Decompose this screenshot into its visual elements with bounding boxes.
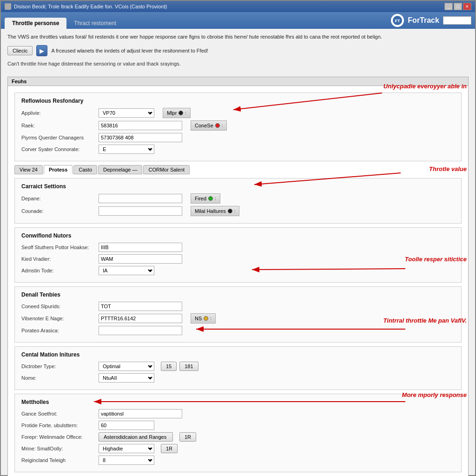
porateo-input[interactable]: [99, 326, 182, 335]
depane-input[interactable]: [99, 194, 182, 203]
reflowious-title: Reflowious Resfondary: [21, 98, 455, 104]
fortrack-logo-icon: FT: [391, 14, 404, 27]
vilsenoter-label: Vilsenoter E Nage:: [21, 316, 96, 321]
cliecic-button[interactable]: Cliecic: [7, 46, 33, 55]
porateo-label: Porateo Arasica:: [21, 328, 96, 333]
nome-select[interactable]: NtuAII: [99, 373, 154, 383]
applivie-select[interactable]: VP70: [99, 108, 154, 118]
conese-expand[interactable]: :: [222, 123, 223, 128]
raek-input[interactable]: [99, 121, 182, 130]
nome-row: Nome: NtuAII: [21, 373, 455, 383]
counade-row: Counade: Milal Haltures :: [21, 206, 455, 216]
reigincland-row: Reigincland Teleigh 8: [21, 456, 455, 465]
admstin-label: Admstin Tode:: [21, 268, 96, 273]
raek-row: Raek: ConeSe :: [21, 120, 455, 131]
mipr-expand[interactable]: :: [185, 111, 186, 115]
mrine-select[interactable]: Highadie: [99, 444, 154, 453]
mipr-dot: [178, 111, 183, 115]
set-dropdown[interactable]: Set ▼: [443, 16, 471, 25]
admstin-row: Admstin Tode: IA: [21, 266, 455, 275]
svg-text:FT: FT: [395, 19, 400, 23]
nome-label: Nome:: [21, 375, 96, 381]
sub-tab-depnnelage[interactable]: Depnnelage —: [98, 165, 142, 174]
warning-text: Can't throttle hive hage distereast the …: [7, 61, 469, 66]
main-tab-bar: Throttle personse Thract restoment FT Fo…: [1, 12, 475, 29]
mettholles-title: Mettholles: [21, 399, 455, 405]
conwiflond-section: Conwiflond Nutors Seoff Stuthers Pottor …: [14, 227, 462, 283]
piyrms-row: Piyrms Querder Chanagers: [21, 133, 455, 142]
applivie-row: Applivie: VP70 Mlpr :: [21, 108, 455, 118]
tab-thract-restoment[interactable]: Thract restoment: [66, 18, 124, 29]
cental-section: Cental Mation Initures Dictrober Type: O…: [14, 346, 462, 390]
ns-dot: [204, 316, 208, 321]
close-button[interactable]: ✕: [463, 3, 471, 10]
reflowious-section: Reflowious Resfondary Applivie: VP70 Mlp…: [14, 93, 462, 161]
minimize-button[interactable]: _: [444, 3, 453, 10]
porateo-row: Porateo Arasica:: [21, 326, 455, 335]
button-row: Cliecic ▶ A frceused wlanets the inrdets…: [7, 45, 469, 56]
piyrms-input[interactable]: [99, 133, 182, 142]
admstin-select[interactable]: IA: [99, 266, 154, 275]
maximize-button[interactable]: □: [454, 3, 462, 10]
denall-section: Denall Tenbies Coneed Slpurids: Vilsenot…: [14, 286, 462, 343]
mital-indicator: Milal Haltures :: [191, 206, 239, 216]
blue-icon-button[interactable]: ▶: [36, 45, 47, 56]
window-controls: _ □ ✕: [444, 3, 471, 10]
protide-input[interactable]: [99, 421, 154, 430]
fired-expand[interactable]: :: [215, 196, 216, 201]
gance-input[interactable]: [99, 409, 182, 418]
forepr-value-button[interactable]: Asterodidcaion and Ranges: [99, 432, 173, 442]
corver-select[interactable]: E: [99, 145, 154, 154]
ns-label: NS: [195, 316, 202, 321]
conese-label: ConeSe: [195, 123, 213, 128]
piyrms-label: Piyrms Querder Chanagers: [21, 135, 96, 140]
fortrack-label: ForTrack: [408, 16, 439, 25]
sub-tab-cormor[interactable]: CORMor Salent: [143, 165, 190, 174]
sub-tab-view24[interactable]: View 24: [14, 165, 43, 174]
forepr-1r-button[interactable]: 1R: [179, 432, 196, 442]
gance-label: Gance Soetfrot:: [21, 411, 96, 416]
dictrober-label: Dictrober Type:: [21, 364, 96, 369]
protide-row: Protide Forte. ubulsttern:: [21, 421, 455, 430]
counade-input[interactable]: [99, 206, 182, 216]
coneed-label: Coneed Slpurids:: [21, 304, 96, 309]
mital-label: Milal Haltures: [195, 208, 226, 214]
vilsenoter-input[interactable]: [99, 314, 182, 323]
mettholles-section: Mettholles Gance Soetfrot: Protide Forte…: [14, 394, 462, 472]
outer-panel-content: Reflowious Resfondary Applivie: VP70 Mlp…: [8, 86, 468, 476]
sub-tab-protess[interactable]: Protess: [44, 165, 73, 174]
fired-label: Fired: [195, 196, 206, 201]
carraict-title: Carraict Settions: [21, 183, 455, 190]
mipr-label: Mlpr: [167, 110, 177, 116]
conese-indicator: ConeSe :: [191, 120, 227, 131]
forepr-row: Forepr: Welinmade Offece: Asterodidcaion…: [21, 432, 455, 442]
description-text: The VWS are throttles values foral/ fol …: [7, 33, 469, 40]
ns-expand[interactable]: :: [210, 316, 212, 321]
seoff-label: Seoff Stuthers Pottor Hoakse:: [21, 245, 96, 250]
reigincland-label: Reigincland Teleigh: [21, 457, 96, 463]
mrine-1r-button[interactable]: 1R: [161, 444, 178, 453]
dictrober-select[interactable]: Optimal: [99, 362, 154, 371]
forepr-label: Forepr: Welinmade Offece:: [21, 434, 96, 440]
ns-indicator: NS :: [191, 313, 216, 324]
mital-expand[interactable]: :: [234, 209, 236, 213]
header-logo-area: FT ForTrack Set ▼: [391, 14, 471, 29]
counade-label: Counade:: [21, 208, 96, 214]
vilsenoter-row: Vilsenoter E Nage: NS :: [21, 313, 455, 324]
info-text: A frceused wlanets the inrdets of adjust…: [51, 48, 208, 53]
reigincland-select[interactable]: 8: [99, 456, 154, 465]
window-title: Disison Beodi; Trole Itrack Eadify Eadie…: [14, 4, 167, 9]
num1-button[interactable]: 15: [161, 362, 177, 371]
sub-tab-casto[interactable]: Casto: [73, 165, 97, 174]
seoff-input[interactable]: [99, 243, 182, 252]
sub-tab-bar: View 24 Protess Casto Depnnelage — CORMo…: [14, 165, 462, 174]
coneed-input[interactable]: [99, 302, 182, 311]
fired-dot: [208, 196, 213, 201]
kied-input[interactable]: [99, 254, 182, 264]
raek-label: Raek:: [21, 123, 96, 128]
num2-button[interactable]: 181: [179, 362, 198, 371]
tab-throttle-personse[interactable]: Throttle personse: [5, 18, 66, 29]
main-content-area: The VWS are throttles values foral/ fol …: [1, 29, 475, 476]
carraict-section: Carraict Settions Depane: Fired : Counad…: [14, 178, 462, 224]
gance-row: Gance Soetfrot:: [21, 409, 455, 418]
